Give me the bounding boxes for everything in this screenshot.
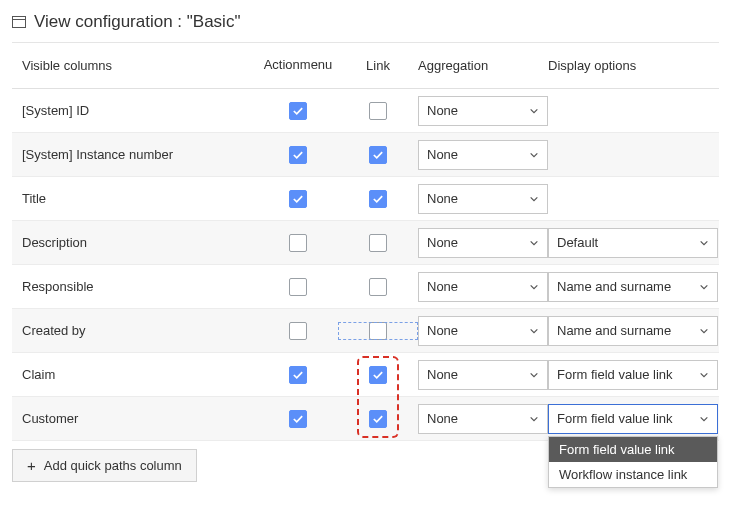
column-label: Responsible xyxy=(18,279,258,294)
header-action-menu: Action menu xyxy=(258,58,338,73)
display-options-select[interactable]: Form field value link xyxy=(548,360,718,390)
aggregation-select[interactable]: None xyxy=(418,228,548,258)
link-checkbox[interactable] xyxy=(369,278,387,296)
column-label: [System] ID xyxy=(18,103,258,118)
action-menu-checkbox[interactable] xyxy=(289,234,307,252)
add-quick-paths-button[interactable]: + Add quick paths column xyxy=(12,449,197,482)
action-menu-checkbox[interactable] xyxy=(289,102,307,120)
header-aggregation: Aggregation xyxy=(418,58,548,73)
column-label: [System] Instance number xyxy=(18,147,258,162)
header-visible-columns: Visible columns xyxy=(18,58,258,73)
table-row: [System] IDNone xyxy=(12,89,719,133)
table-row: DescriptionNoneDefault xyxy=(12,221,719,265)
header-link: Link xyxy=(338,58,418,73)
aggregation-select[interactable]: None xyxy=(418,404,548,434)
link-checkbox[interactable] xyxy=(369,366,387,384)
aggregation-select[interactable]: None xyxy=(418,272,548,302)
table-row: TitleNone xyxy=(12,177,719,221)
link-checkbox[interactable] xyxy=(369,146,387,164)
plus-icon: + xyxy=(27,458,36,473)
link-checkbox[interactable] xyxy=(369,410,387,428)
aggregation-select[interactable]: None xyxy=(418,360,548,390)
link-checkbox[interactable] xyxy=(369,322,387,340)
action-menu-checkbox[interactable] xyxy=(289,322,307,340)
link-checkbox[interactable] xyxy=(369,234,387,252)
aggregation-select[interactable]: None xyxy=(418,184,548,214)
display-options-select[interactable]: Form field value link xyxy=(548,404,718,434)
aggregation-select[interactable]: None xyxy=(418,96,548,126)
table-row: Created byNoneName and surname xyxy=(12,309,719,353)
link-checkbox[interactable] xyxy=(369,190,387,208)
columns-table: Visible columns Action menu Link Aggrega… xyxy=(12,42,719,441)
window-icon xyxy=(12,16,26,28)
panel-title: View configuration : "Basic" xyxy=(34,12,240,32)
table-row: CustomerNoneForm field value link xyxy=(12,397,719,441)
dropdown-option-workflow-instance-link[interactable]: Workflow instance link xyxy=(549,462,717,487)
table-row: ResponsibleNoneName and surname xyxy=(12,265,719,309)
aggregation-select[interactable]: None xyxy=(418,140,548,170)
view-configuration-panel: View configuration : "Basic" Visible col… xyxy=(0,0,731,494)
column-label: Created by xyxy=(18,323,258,338)
column-label: Customer xyxy=(18,411,258,426)
table-row: ClaimNoneForm field value link xyxy=(12,353,719,397)
display-options-select[interactable]: Default xyxy=(548,228,718,258)
display-options-select[interactable]: Name and surname xyxy=(548,316,718,346)
column-label: Description xyxy=(18,235,258,250)
link-checkbox[interactable] xyxy=(369,102,387,120)
display-options-dropdown[interactable]: Form field value link Workflow instance … xyxy=(548,436,718,488)
column-label: Claim xyxy=(18,367,258,382)
action-menu-checkbox[interactable] xyxy=(289,410,307,428)
aggregation-select[interactable]: None xyxy=(418,316,548,346)
table-header-row: Visible columns Action menu Link Aggrega… xyxy=(12,43,719,89)
action-menu-checkbox[interactable] xyxy=(289,366,307,384)
add-quick-paths-label: Add quick paths column xyxy=(44,458,182,473)
table-row: [System] Instance numberNone xyxy=(12,133,719,177)
dropdown-option-form-field-value-link[interactable]: Form field value link xyxy=(549,437,717,462)
column-label: Title xyxy=(18,191,258,206)
panel-title-row: View configuration : "Basic" xyxy=(12,8,719,42)
action-menu-checkbox[interactable] xyxy=(289,190,307,208)
header-display-options: Display options xyxy=(548,58,718,73)
action-menu-checkbox[interactable] xyxy=(289,278,307,296)
action-menu-checkbox[interactable] xyxy=(289,146,307,164)
display-options-select[interactable]: Name and surname xyxy=(548,272,718,302)
